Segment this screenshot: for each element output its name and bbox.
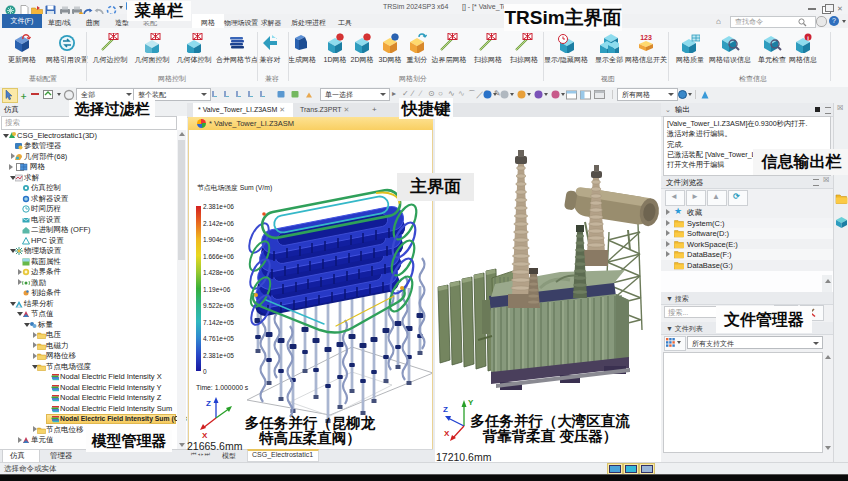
- svg-text:X: X: [444, 429, 450, 438]
- svg-text:123: 123: [640, 34, 652, 41]
- svg-text:Y: Y: [468, 398, 474, 407]
- svg-text:Z: Z: [443, 405, 448, 414]
